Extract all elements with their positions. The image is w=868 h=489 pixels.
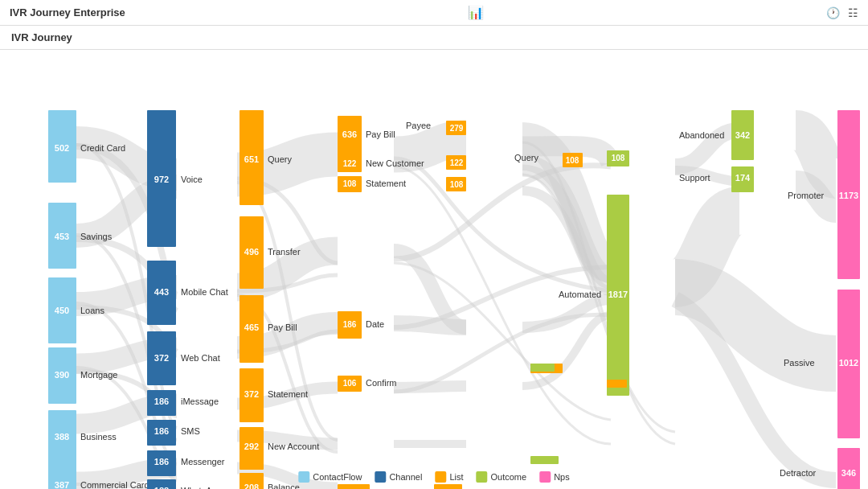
label-date: Date — [366, 319, 384, 329]
legend-nps: Nps — [539, 471, 570, 483]
legend-outcome: Outcome — [477, 471, 527, 483]
legend-label-channel: Channel — [389, 472, 422, 482]
label-business: Business — [80, 432, 117, 442]
value-passive: 1012 — [839, 358, 858, 368]
value-list-query: 651 — [244, 154, 259, 164]
value-savings: 453 — [55, 232, 69, 241]
label-credit-card: Credit Card — [80, 143, 125, 153]
label-voice: Voice — [181, 175, 203, 184]
value-credit-card: 502 — [55, 143, 69, 153]
value-mortgage: 390 — [55, 370, 69, 380]
legend-swatch-contactflow — [298, 471, 309, 483]
label-promoter: Promoter — [788, 191, 825, 200]
label-imessage: iMessage — [181, 397, 219, 406]
legend-swatch-channel — [375, 471, 386, 483]
app-title: IVR Journey Enterprise — [10, 6, 125, 18]
title-bar: IVR Journey Enterprise 📊 🕐 ☷ — [0, 0, 868, 26]
label-payee2: Payee — [406, 121, 431, 130]
value-list-newaccount: 292 — [244, 442, 259, 451]
label-mobile-chat: Mobile Chat — [181, 287, 228, 297]
label-loans: Loans — [80, 306, 104, 315]
value-support: 174 — [735, 173, 751, 183]
label-list-statement: Statement — [268, 389, 308, 399]
label-list-newaccount: New Account — [268, 442, 319, 451]
legend-label-list: List — [449, 472, 463, 482]
label-detractor: Detractor — [780, 468, 817, 478]
label-passive: Passive — [784, 358, 815, 368]
page-title: IVR Journey — [11, 31, 72, 43]
label-commercial-card: Commercial Card — [80, 480, 149, 489]
svg-rect-10 — [338, 484, 370, 489]
value-imessage: 186 — [154, 397, 169, 406]
value-list-transfer: 496 — [244, 247, 259, 257]
label-confirm: Confirm — [366, 378, 397, 388]
legend-channel: Channel — [375, 471, 422, 483]
value-mobile-chat: 443 — [154, 287, 169, 297]
svg-text:108: 108 — [566, 156, 579, 165]
legend-label-outcome: Outcome — [491, 472, 527, 482]
value-statement2: 108 — [343, 179, 357, 188]
value-date: 186 — [343, 320, 357, 329]
label-list-paybill: Pay Bill — [268, 323, 297, 332]
value-loans: 450 — [55, 306, 69, 315]
value-list-balance: 208 — [244, 483, 259, 489]
value-confirm: 106 — [343, 379, 357, 388]
value-newcustomer: 122 — [343, 159, 357, 168]
label-whatsapp: WhatsApp — [181, 486, 222, 489]
label-messenger: Messenger — [181, 457, 225, 466]
title-bar-icons: 🕐 ☷ — [826, 6, 858, 19]
value-sms: 186 — [154, 426, 169, 436]
label-sms: SMS — [181, 426, 200, 436]
value-business: 388 — [55, 432, 69, 442]
label-statement2: Statement — [366, 179, 406, 188]
label-list-balance: Balance — [268, 483, 300, 489]
legend: ContactFlow Channel List Outcome Nps — [298, 471, 569, 483]
svg-rect-12 — [530, 456, 559, 464]
label-payee: Pay Bill — [366, 129, 395, 139]
value-list-statement: 372 — [244, 389, 259, 399]
page-header: IVR Journey — [0, 26, 868, 50]
grid-icon[interactable]: ☷ — [848, 6, 858, 19]
legend-swatch-outcome — [477, 471, 488, 483]
label-mortgage: Mortgage — [80, 370, 117, 380]
sankey-chart: .flow { fill: none; stroke: #ccc; opacit… — [0, 50, 868, 489]
label-newcustomer: New Customer — [366, 158, 424, 168]
label-savings: Savings — [80, 232, 113, 241]
value-promoter: 1173 — [839, 191, 858, 200]
value-list-paybill: 465 — [244, 323, 259, 332]
clock-icon[interactable]: 🕐 — [826, 6, 840, 19]
sankey-svg: .flow { fill: none; stroke: #ccc; opacit… — [0, 50, 868, 489]
legend-swatch-list — [435, 471, 446, 483]
label-list-transfer: Transfer — [268, 247, 301, 257]
legend-swatch-nps — [539, 471, 551, 483]
label-automated: Automated — [559, 290, 601, 299]
svg-text:122: 122 — [450, 158, 464, 167]
legend-label-contactflow: ContactFlow — [313, 472, 362, 482]
chart-icon[interactable]: 📊 — [468, 5, 484, 20]
value-detractor: 346 — [841, 468, 856, 478]
svg-rect-11 — [434, 484, 462, 489]
value-voice: 972 — [154, 175, 169, 184]
legend-list: List — [435, 471, 463, 483]
legend-contactflow: ContactFlow — [298, 471, 362, 483]
value-outcome-query: 108 — [612, 154, 625, 162]
label-list-query: Query — [268, 154, 292, 164]
value-abandoned: 342 — [735, 130, 750, 140]
value-whatsapp: 188 — [154, 486, 169, 489]
label-web-chat: Web Chat — [181, 353, 220, 363]
value-commercial-card: 387 — [55, 480, 69, 489]
value-web-chat: 372 — [154, 353, 169, 363]
value-automated: 1817 — [608, 290, 628, 299]
legend-label-nps: Nps — [554, 472, 570, 482]
svg-text:108: 108 — [450, 180, 464, 189]
label-outcome-query: Query — [514, 153, 538, 162]
svg-text:279: 279 — [450, 124, 464, 133]
label-abandoned: Abandoned — [679, 130, 724, 140]
value-messenger: 186 — [154, 457, 169, 466]
label-support: Support — [679, 173, 710, 183]
svg-rect-13 — [530, 364, 555, 372]
svg-rect-9 — [607, 380, 627, 388]
value-payee: 636 — [342, 129, 357, 139]
